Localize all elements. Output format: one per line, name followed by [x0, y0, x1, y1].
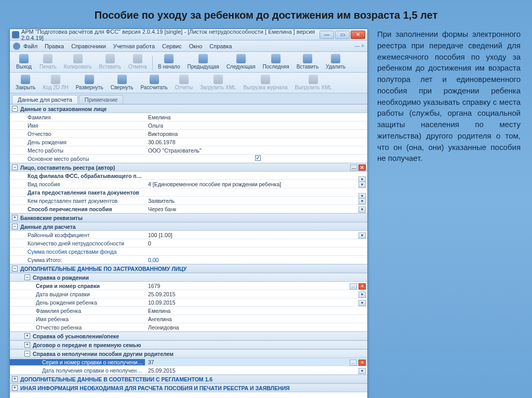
menubar: Файл Правка Справочники Учетная работа С…	[10, 40, 367, 52]
tabstrip: Данные для расчета Примечание	[10, 93, 367, 104]
chevron-down-icon[interactable]: ▾	[358, 232, 366, 239]
section-foster[interactable]: +Договор о передаче в приемную семью	[10, 340, 367, 349]
section-author[interactable]: −Лицо, составитель реестра (автор)…✕	[10, 163, 367, 172]
tb-Рассчитать[interactable]: Рассчитать	[137, 74, 171, 91]
section-bank[interactable]: +Банковские реквизиты	[10, 213, 367, 222]
menu-window[interactable]: Окно	[189, 43, 203, 49]
row-Место работы[interactable]: Место работыООО "Страхователь"	[10, 146, 367, 155]
toolbar-main: ВыходПечатьКопироватьВставитьОтменаВ нач…	[10, 52, 367, 73]
row[interactable]: Сумма Итого:0,00	[10, 256, 367, 264]
tb-Следующая[interactable]: Следующая	[223, 53, 259, 71]
expand-icon[interactable]: +	[12, 376, 18, 382]
chevron-down-icon[interactable]: ▾	[358, 292, 366, 298]
menu-help[interactable]: Справка	[209, 43, 232, 49]
tb-Копировать: Копировать	[60, 53, 96, 71]
page-title: Пособие по уходу за ребенком до достижен…	[9, 9, 523, 21]
row[interactable]: Дата выдачи справки25.09.2015▾	[10, 290, 367, 298]
tb-Выгрузка журнала: Выгрузка журнала	[240, 74, 291, 91]
row[interactable]: Количество дней нетрудоспособности0	[10, 239, 367, 248]
more-icon[interactable]: …	[350, 283, 357, 290]
tb-Выход[interactable]: Выход	[12, 53, 36, 71]
maximize-button[interactable]: ▭	[335, 31, 350, 39]
expand-icon[interactable]: +	[24, 342, 30, 348]
row[interactable]: Сумма пособия средствами фонда	[10, 248, 367, 256]
tab-note[interactable]: Примечание	[79, 95, 124, 104]
menu-file[interactable]: Файл	[23, 43, 37, 49]
close-button[interactable]: ✕	[351, 31, 365, 39]
chevron-down-icon[interactable]: ▾	[358, 182, 366, 188]
clear-icon[interactable]: ✕	[358, 283, 366, 290]
row-День рождения[interactable]: День рождения30.06.1978	[10, 138, 367, 146]
section-extra[interactable]: −ДОПОЛНИТЕЛЬНЫЕ ДАННЫЕ ПО ЗАСТРАХОВАННОМ…	[10, 264, 367, 273]
collapse-icon[interactable]: −	[24, 275, 30, 280]
chevron-down-icon[interactable]: ▾	[358, 198, 366, 204]
expand-icon[interactable]: +	[12, 385, 18, 391]
row-Основное место работы[interactable]: Основное место работы	[10, 155, 367, 163]
section-calc[interactable]: −Данные для расчета	[10, 222, 367, 231]
row[interactable]: День рождения ребенка10.09.2015▾	[10, 298, 367, 307]
row-Отчество[interactable]: ОтчествоВикторовна	[10, 130, 367, 138]
app-window: АРМ "Подготовка расчётов для ФСС" версия…	[9, 29, 368, 398]
section-other-info[interactable]: +ИНАЯ ИНФОРМАЦИЯ НЕОБХОДИМАЯ ДЛЯ РАСЧЕТА…	[10, 383, 367, 392]
chevron-down-icon[interactable]: ▾	[358, 368, 366, 374]
checkbox-icon[interactable]	[255, 155, 261, 161]
window-titlebar: АРМ "Подготовка расчётов для ФСС" версия…	[10, 29, 367, 40]
tb-Выгрузить XML: Выгрузить XML	[291, 74, 336, 91]
tb-Свернуть[interactable]: Свернуть	[107, 74, 137, 91]
row[interactable]: Отчество ребенкаЛеонидовна	[10, 323, 367, 332]
minimize-button[interactable]: —	[320, 31, 334, 39]
tb-Последняя[interactable]: Последняя	[259, 53, 293, 71]
tab-data[interactable]: Данные для расчета	[12, 95, 78, 104]
row-Имя[interactable]: ИмяОльга	[10, 121, 367, 130]
tb-Предыдущая[interactable]: Предыдущая	[183, 53, 222, 71]
menu-service[interactable]: Сервис	[162, 43, 182, 49]
row[interactable]: Вид пособия4 [Единовременное пособие при…	[10, 180, 367, 188]
more-icon[interactable]: …	[350, 360, 357, 366]
tb-Развернуть[interactable]: Развернуть	[72, 74, 107, 91]
instruction-text: При заполнении формы электронного реестр…	[377, 29, 523, 398]
tb-Удалить[interactable]: Удалить	[322, 53, 349, 71]
row[interactable]: Серия и номер справки1679…✕	[10, 282, 367, 290]
row[interactable]: Кем представлен пакет документовЗаявител…	[10, 197, 367, 205]
section-other-parent[interactable]: −Справка о неполучении пособия другим ро…	[10, 349, 367, 358]
collapse-icon[interactable]: −	[12, 266, 18, 271]
menu-ref[interactable]: Справочники	[71, 43, 106, 49]
more-icon[interactable]: …	[350, 164, 357, 171]
tb-Код 2D ЛН: Код 2D ЛН	[39, 74, 72, 91]
collapse-icon[interactable]: −	[12, 224, 18, 229]
collapse-icon[interactable]: −	[12, 106, 18, 112]
row-Фамилия[interactable]: ФамилияЕмелина	[10, 113, 367, 121]
tb-Отмена: Отмена	[125, 53, 151, 71]
row[interactable]: Серия и номер справки о неполучении посо…	[10, 358, 367, 366]
section-adopt[interactable]: +Справка об усыновлении/опеке	[10, 332, 367, 340]
row[interactable]: Фамилия ребенкаЕмелина	[10, 307, 367, 315]
tb-Вставить[interactable]: Вставить	[293, 53, 322, 71]
section-birth[interactable]: −Справка о рождении	[10, 273, 367, 282]
row[interactable]: Код филиала ФСС, обрабатывающего пособие…	[10, 172, 367, 180]
app-icon	[12, 31, 19, 38]
tb-Загрузить XML: Загрузить XML	[196, 74, 240, 91]
menu-acct[interactable]: Учетная работа	[113, 43, 155, 49]
chevron-down-icon[interactable]: ▾	[358, 207, 366, 213]
tb-В начало[interactable]: В начало	[154, 53, 184, 71]
collapse-icon[interactable]: −	[12, 164, 18, 170]
collapse-icon[interactable]: −	[24, 351, 30, 356]
row[interactable]: Дата предоставления пакета документов▾	[10, 188, 367, 197]
section-insured[interactable]: −Данные о застрахованном лице	[10, 104, 367, 113]
chevron-down-icon[interactable]: ▾	[358, 300, 366, 306]
tb-Печать: Печать	[36, 53, 60, 71]
expand-icon[interactable]: +	[24, 333, 30, 339]
toolbar-form: ЗакрытьКод 2D ЛНРазвернутьСвернутьРассчи…	[10, 73, 367, 93]
row[interactable]: Имя ребенкаАнгелина	[10, 315, 367, 323]
row[interactable]: Дата получения справки о неполучении пос…	[10, 366, 367, 375]
clear-icon[interactable]: ✕	[358, 164, 366, 171]
tb-Отчеты: Отчеты	[171, 74, 197, 91]
expand-icon[interactable]: +	[12, 215, 18, 221]
tb-Закрыть[interactable]: Закрыть	[12, 74, 39, 91]
tb-Вставить: Вставить	[96, 53, 125, 71]
menu-edit[interactable]: Правка	[45, 43, 64, 49]
row[interactable]: Способ перечисления пособияЧерез банк▾	[10, 205, 367, 213]
row[interactable]: Районный коэффициент100 [1.00]▾	[10, 231, 367, 239]
clear-icon[interactable]: ✕	[358, 360, 366, 366]
section-reg16[interactable]: +ДОПОЛНИТЕЛЬНЫЕ ДАННЫЕ В СООТВЕТСТВИИ С …	[10, 375, 367, 383]
